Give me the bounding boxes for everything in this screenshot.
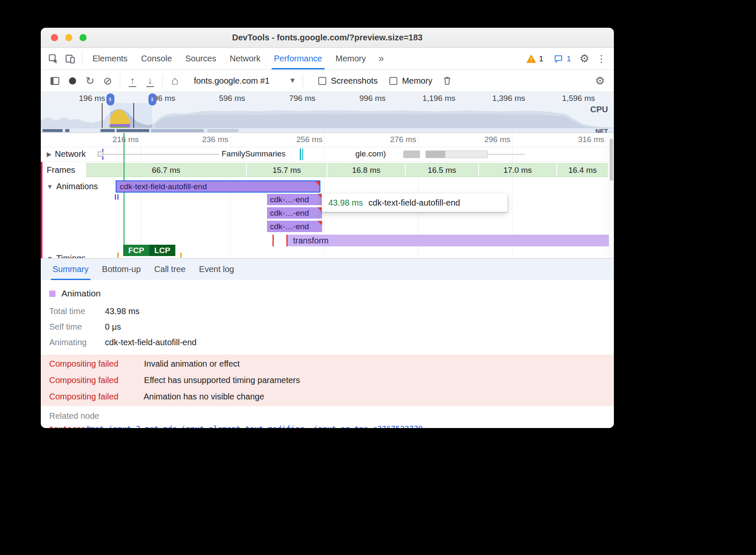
frame-segment[interactable]: 16.4 ms [556, 163, 608, 177]
frame-segment[interactable]: 16.8 ms [327, 163, 405, 177]
tab-network[interactable]: Network [223, 48, 267, 69]
reload-and-record-button[interactable]: ↻ [81, 72, 99, 89]
ruler-time-label: 276 ms [374, 135, 416, 144]
fcp-label: FCP [128, 246, 144, 255]
collect-garbage-button[interactable] [438, 72, 456, 89]
clear-recording-button[interactable]: ⊘ [99, 72, 116, 89]
tab-memory[interactable]: Memory [329, 48, 373, 69]
capture-settings-button[interactable]: ⚙ [591, 72, 609, 89]
home-button[interactable]: ⌂ [166, 72, 184, 89]
screenshots-checkbox[interactable]: Screenshots [318, 76, 378, 86]
titlebar: DevTools - fonts.google.com/?preview.siz… [41, 28, 614, 48]
history-dropdown-label: fonts.google.com #1 [194, 76, 270, 86]
tab-label: Summary [53, 264, 89, 274]
network-request-tick [300, 148, 301, 160]
device-toolbar-button[interactable] [62, 50, 79, 67]
tab-label: Event log [199, 264, 234, 274]
tab-elements[interactable]: Elements [86, 48, 134, 69]
cpu-overview-chart[interactable] [41, 103, 614, 128]
overview-time-label: 1,596 ms [556, 94, 595, 103]
more-tabs-button[interactable]: » [373, 53, 390, 64]
warnings-counter[interactable]: ! 1 [526, 54, 544, 63]
load-profile-button[interactable]: ↑ [124, 72, 141, 89]
tab-label: Console [141, 54, 172, 63]
transform-animation-bar[interactable]: transform [286, 235, 609, 246]
inspect-element-button[interactable] [45, 50, 62, 67]
net-activity-bar [116, 129, 149, 132]
animation-event-bar[interactable]: cdk-…-end [267, 194, 322, 205]
animations-track-header[interactable]: ▼ Animations [47, 182, 98, 191]
devtools-tabbar: Elements Console Sources Network Perform… [41, 48, 614, 70]
tab-sources[interactable]: Sources [179, 48, 223, 69]
toggle-sidebar-button[interactable] [46, 72, 63, 89]
kebab-menu-button[interactable]: ⋮ [593, 50, 610, 67]
animation-event-bar[interactable]: cdk-…-end [267, 221, 322, 232]
lcp-badge[interactable]: LCP [149, 245, 175, 256]
summary-row-label: Total time [49, 307, 103, 316]
tab-bottom-up[interactable]: Bottom-up [95, 259, 148, 280]
summary-row-label: Animating [49, 338, 103, 347]
divider [82, 53, 82, 65]
ruler-time-label: 236 ms [186, 135, 228, 144]
timeline-scrollbar[interactable] [609, 133, 614, 258]
animation-failure-tick [272, 235, 274, 246]
summary-row: Animating cdk-text-field-autofill-end [41, 335, 614, 350]
history-dropdown[interactable]: fonts.google.com #1 ▼ [190, 76, 299, 86]
network-track[interactable]: ▶ Network FamilySummaries gle.com) [41, 147, 609, 162]
memory-checkbox[interactable]: Memory [389, 76, 432, 86]
divider [303, 74, 303, 87]
network-request-box [98, 151, 103, 157]
timeline-flamechart[interactable]: 216 ms 236 ms 256 ms 276 ms 296 ms 316 m… [41, 133, 614, 258]
screenshots-label: Screenshots [331, 76, 378, 86]
record-button[interactable] [63, 72, 81, 89]
frame-segment[interactable]: 16.5 ms [405, 163, 478, 177]
traffic-lights [51, 28, 87, 48]
network-request-bar[interactable] [403, 151, 420, 158]
frame-segment[interactable]: 15.7 ms [246, 163, 327, 177]
overview-dim-right [152, 103, 614, 128]
related-node-link[interactable]: textarea#mat-input-2.mat-mdc-input-eleme… [41, 422, 614, 428]
animation-event-bar-selected[interactable]: cdk-text-field-autofill-end [116, 180, 320, 193]
issues-counter[interactable]: 1 [553, 54, 571, 63]
tab-label: Bottom-up [102, 264, 141, 274]
frame-segment[interactable]: 17.0 ms [478, 163, 556, 177]
close-window-button[interactable] [51, 34, 58, 41]
overview-time-label: 1,396 ms [486, 94, 525, 103]
details-pane-tabbar: Summary Bottom-up Call tree Event log [41, 258, 614, 280]
summary-row-value: 0 μs [105, 322, 121, 331]
overview-left-drag-handle[interactable]: ‖ [106, 93, 114, 106]
animation-event-bar[interactable]: cdk-…-end [267, 207, 322, 219]
minimize-window-button[interactable] [65, 34, 72, 41]
net-activity-bar [151, 129, 204, 132]
sidebar-panel-icon [50, 76, 60, 86]
tab-performance[interactable]: Performance [267, 48, 329, 69]
tab-event-log[interactable]: Event log [192, 259, 241, 280]
timings-track-header[interactable]: ▼ Timings [47, 254, 85, 258]
frame-segment[interactable]: 66.7 ms [86, 163, 246, 177]
frame-duration-label: 16.5 ms [428, 166, 456, 175]
tab-summary[interactable]: Summary [46, 259, 95, 280]
timeline-overview[interactable]: 196 ms 396 ms 596 ms 796 ms 996 ms 1,196… [41, 92, 614, 133]
summary-pane: Animation Total time 43.98 ms Self time … [41, 280, 614, 428]
ruler-time-label: 296 ms [468, 135, 510, 144]
network-track-header[interactable]: ▶ Network [47, 149, 86, 159]
tab-call-tree[interactable]: Call tree [148, 259, 192, 280]
fcp-badge[interactable]: FCP [123, 245, 149, 256]
message-bubble-icon [553, 54, 563, 63]
network-request-bar[interactable] [426, 151, 488, 158]
tab-console[interactable]: Console [134, 48, 178, 69]
chevron-down-icon: ▼ [47, 255, 53, 258]
scrollbar-thumb[interactable] [610, 139, 613, 181]
settings-button[interactable]: ⚙ [576, 50, 593, 67]
frames-track[interactable]: 66.7 ms 15.7 ms 16.8 ms 16.5 ms 17.0 ms … [41, 163, 609, 177]
animation-tooltip: 43.98 ms cdk-text-field-autofill-end [322, 193, 508, 212]
overview-right-drag-handle[interactable]: ‖ [148, 93, 156, 106]
fullscreen-window-button[interactable] [79, 34, 87, 41]
related-node-label: Related node [41, 406, 614, 422]
lcp-label: LCP [154, 246, 170, 255]
issues-count: 1 [566, 54, 571, 63]
network-request-label: FamilySummaries [222, 149, 285, 159]
animations-track-label: Animations [56, 182, 98, 191]
save-profile-button[interactable]: ↓ [141, 72, 159, 89]
frames-band: 66.7 ms 15.7 ms 16.8 ms 16.5 ms 17.0 ms … [86, 163, 609, 177]
